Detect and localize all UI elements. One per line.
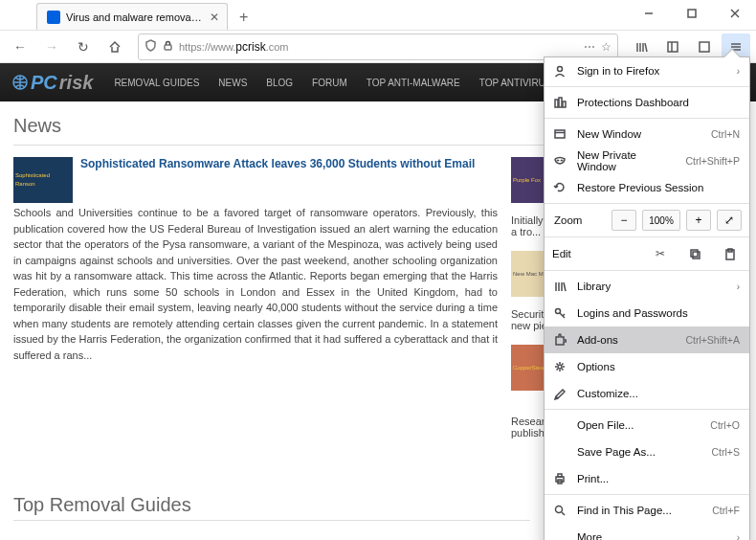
chevron-right-icon: › bbox=[737, 281, 740, 292]
menu-sign-in[interactable]: Sign in to Firefox› bbox=[545, 57, 749, 84]
logo-text-pc: PC bbox=[31, 72, 57, 94]
library-icon bbox=[552, 279, 567, 294]
menu-protections[interactable]: Protections Dashboard bbox=[545, 89, 749, 116]
new-tab-button[interactable]: + bbox=[232, 5, 256, 30]
window-minimize-button[interactable] bbox=[627, 0, 670, 27]
key-icon bbox=[552, 305, 567, 321]
print-icon bbox=[552, 471, 567, 486]
menu-new-window[interactable]: New WindowCtrl+N bbox=[545, 121, 749, 147]
paste-button[interactable] bbox=[717, 243, 742, 264]
chevron-right-icon: › bbox=[737, 66, 740, 77]
svg-rect-4 bbox=[165, 45, 171, 50]
forward-button[interactable]: → bbox=[37, 34, 66, 60]
window-icon bbox=[552, 126, 567, 142]
svg-rect-11 bbox=[700, 42, 709, 52]
paint-icon bbox=[552, 386, 567, 401]
svg-rect-1 bbox=[688, 10, 696, 17]
svg-point-30 bbox=[556, 309, 561, 314]
article-thumbnail[interactable]: Sophisticated Ranson bbox=[13, 157, 73, 203]
svg-rect-17 bbox=[555, 100, 558, 107]
svg-point-35 bbox=[556, 506, 563, 513]
top-removal-guides-heading: Top Removal Guides bbox=[13, 494, 530, 521]
window-titlebar: Virus and malware removal ins ✕ + bbox=[0, 0, 756, 31]
nav-removal-guides[interactable]: REMOVAL GUIDES bbox=[104, 78, 209, 88]
zoom-out-button[interactable]: − bbox=[611, 210, 636, 231]
svg-rect-18 bbox=[559, 98, 562, 107]
menu-find[interactable]: Find in This Page...Ctrl+F bbox=[545, 497, 749, 524]
svg-line-8 bbox=[645, 43, 647, 52]
window-close-button[interactable] bbox=[713, 0, 756, 27]
globe-icon bbox=[11, 74, 29, 91]
menu-customize[interactable]: Customize... bbox=[545, 380, 749, 407]
svg-point-16 bbox=[558, 67, 563, 72]
mask-icon bbox=[552, 153, 567, 169]
nav-anti-malware[interactable]: TOP ANTI-MALWARE bbox=[357, 78, 470, 88]
copy-button[interactable] bbox=[682, 243, 707, 264]
cut-button[interactable]: ✂ bbox=[648, 243, 673, 264]
url-text: https://www.pcrisk.com bbox=[179, 40, 288, 54]
home-button[interactable] bbox=[100, 34, 129, 60]
menu-more[interactable]: More› bbox=[545, 524, 749, 540]
zoom-value[interactable]: 100% bbox=[642, 210, 680, 231]
puzzle-icon bbox=[552, 332, 567, 348]
menu-restore-session[interactable]: Restore Previous Session bbox=[545, 174, 749, 201]
svg-point-31 bbox=[558, 365, 562, 369]
menu-logins[interactable]: Logins and Passwords bbox=[545, 300, 749, 326]
zoom-label: Zoom bbox=[552, 214, 606, 226]
menu-new-private-window[interactable]: New Private WindowCtrl+Shift+P bbox=[545, 147, 749, 174]
article-body: Schools and Universities continue to be … bbox=[13, 207, 498, 361]
firefox-app-menu: Sign in to Firefox› Protections Dashboar… bbox=[544, 56, 750, 540]
svg-line-29 bbox=[564, 282, 566, 291]
favicon-icon bbox=[47, 11, 60, 24]
menu-print[interactable]: Print... bbox=[545, 465, 749, 492]
search-icon bbox=[552, 503, 567, 518]
site-logo[interactable]: PCrisk bbox=[0, 72, 104, 94]
fullscreen-button[interactable]: ⤢ bbox=[717, 210, 742, 231]
edit-label: Edit bbox=[552, 248, 638, 259]
reload-button[interactable]: ↻ bbox=[69, 34, 98, 60]
page-actions-icon[interactable]: ⋯ bbox=[584, 40, 595, 54]
logo-text-risk: risk bbox=[59, 72, 94, 94]
menu-zoom-row: Zoom − 100% + ⤢ bbox=[545, 206, 749, 235]
tab-title: Virus and malware removal ins bbox=[66, 11, 204, 23]
user-icon bbox=[552, 63, 567, 79]
zoom-in-button[interactable]: + bbox=[686, 210, 711, 231]
gear-icon bbox=[552, 359, 567, 374]
svg-rect-9 bbox=[668, 42, 678, 52]
nav-blog[interactable]: BLOG bbox=[256, 78, 302, 88]
window-maximize-button[interactable] bbox=[670, 0, 713, 27]
menu-open-file[interactable]: Open File...Ctrl+O bbox=[545, 412, 749, 439]
chevron-right-icon: › bbox=[737, 532, 740, 541]
tab-close-icon[interactable]: ✕ bbox=[210, 11, 219, 24]
svg-rect-20 bbox=[555, 130, 565, 138]
svg-line-36 bbox=[562, 512, 565, 515]
menu-save-page[interactable]: Save Page As...Ctrl+S bbox=[545, 439, 749, 465]
restore-icon bbox=[552, 180, 567, 195]
svg-rect-23 bbox=[693, 252, 700, 259]
nav-news[interactable]: NEWS bbox=[209, 78, 256, 88]
nav-forum[interactable]: FORUM bbox=[302, 78, 357, 88]
menu-library[interactable]: Library› bbox=[545, 273, 749, 300]
svg-rect-22 bbox=[691, 250, 698, 257]
svg-rect-19 bbox=[563, 101, 566, 107]
dashboard-icon bbox=[552, 95, 567, 110]
menu-options[interactable]: Options bbox=[545, 353, 749, 380]
lock-icon bbox=[163, 40, 173, 54]
bookmark-star-icon[interactable]: ☆ bbox=[601, 40, 611, 54]
menu-addons[interactable]: Add-onsCtrl+Shift+A bbox=[545, 326, 749, 353]
menu-edit-row: Edit ✂ bbox=[545, 239, 749, 268]
svg-rect-33 bbox=[558, 474, 562, 477]
browser-tab[interactable]: Virus and malware removal ins ✕ bbox=[36, 3, 228, 30]
back-button[interactable]: ← bbox=[6, 34, 34, 60]
shield-icon bbox=[145, 39, 157, 55]
article-title[interactable]: Sophisticated Ransomware Attack leaves 3… bbox=[80, 157, 475, 203]
